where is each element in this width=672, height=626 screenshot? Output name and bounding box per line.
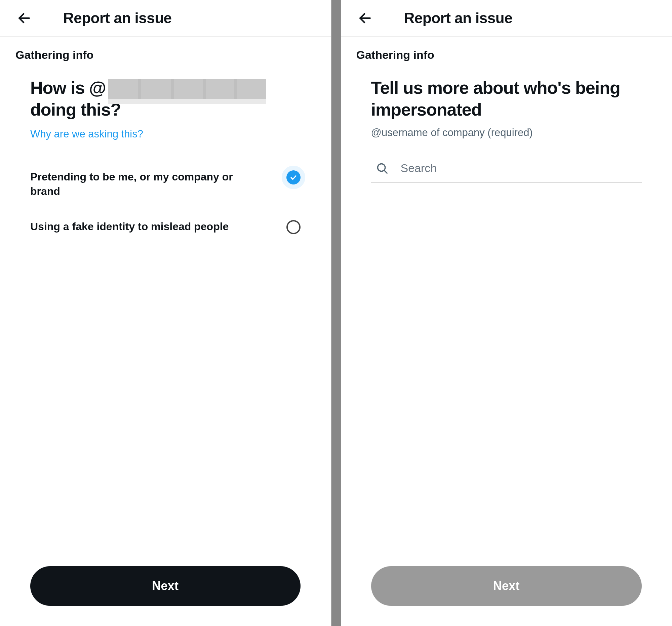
back-button[interactable] xyxy=(16,9,33,27)
content: How is @ doing this? Why are we asking t… xyxy=(0,65,331,556)
footer: Next xyxy=(341,556,672,626)
content: Tell us more about who's being impersona… xyxy=(341,65,672,556)
heading: Tell us more about who's being impersona… xyxy=(371,77,642,121)
panel-impersonation-search: Report an issue Gathering info Tell us m… xyxy=(341,0,672,626)
option-pretending[interactable]: Pretending to be me, or my company or br… xyxy=(30,164,301,214)
search-icon xyxy=(376,162,389,175)
section-label: Gathering info xyxy=(0,37,331,65)
next-button[interactable]: Next xyxy=(30,566,301,606)
header-title: Report an issue xyxy=(404,10,513,27)
radio-unselected[interactable] xyxy=(286,220,301,234)
header-title: Report an issue xyxy=(63,10,172,27)
arrow-left-icon xyxy=(17,11,31,26)
next-button[interactable]: Next xyxy=(371,566,642,606)
panel-report-options: Report an issue Gathering info How is @ … xyxy=(0,0,332,626)
footer: Next xyxy=(0,556,331,626)
option-fake-identity[interactable]: Using a fake identity to mislead people xyxy=(30,214,301,249)
question-heading: How is @ doing this? xyxy=(30,77,301,121)
arrow-left-icon xyxy=(358,11,373,26)
back-button[interactable] xyxy=(356,9,374,27)
search-input[interactable] xyxy=(401,161,641,175)
question-prefix: How is @ xyxy=(30,77,106,99)
options-list: Pretending to be me, or my company or br… xyxy=(30,164,301,249)
subtitle: @username of company (required) xyxy=(371,127,642,139)
header: Report an issue xyxy=(0,0,331,37)
panels: Report an issue Gathering info How is @ … xyxy=(0,0,672,626)
check-icon xyxy=(289,173,297,181)
search-field[interactable] xyxy=(371,157,642,183)
header: Report an issue xyxy=(341,0,672,37)
redacted-username xyxy=(108,79,266,99)
section-label: Gathering info xyxy=(341,37,672,65)
svg-line-3 xyxy=(384,170,387,173)
radio-selected[interactable] xyxy=(286,170,301,184)
why-link[interactable]: Why are we asking this? xyxy=(30,128,143,140)
option-label: Pretending to be me, or my company or br… xyxy=(30,170,245,199)
option-label: Using a fake identity to mislead people xyxy=(30,219,229,234)
